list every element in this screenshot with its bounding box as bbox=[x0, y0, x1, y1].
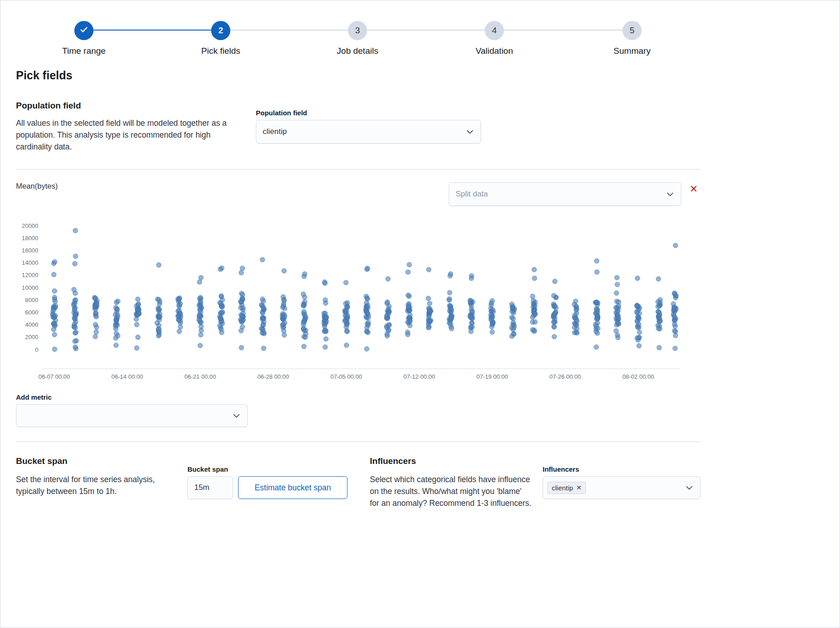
chevron-down-icon bbox=[666, 190, 674, 199]
stepper-connector-1 bbox=[93, 30, 211, 31]
chevron-down-icon bbox=[232, 412, 241, 420]
svg-text:07-12 00:00: 07-12 00:00 bbox=[404, 373, 435, 380]
remove-metric-icon[interactable]: ✕ bbox=[690, 184, 698, 194]
svg-text:10000: 10000 bbox=[22, 284, 38, 291]
step-number: 3 bbox=[355, 26, 360, 36]
svg-text:4000: 4000 bbox=[25, 321, 38, 328]
svg-text:20000: 20000 bbox=[22, 222, 38, 229]
step-validation-circle: 4 bbox=[485, 21, 504, 40]
step-time-range-circle[interactable] bbox=[74, 21, 93, 40]
metric-title: Mean(bytes) bbox=[16, 182, 58, 190]
population-description: All values in the selected field will be… bbox=[16, 117, 246, 153]
bucket-span-input[interactable] bbox=[187, 476, 233, 499]
influencers-combobox[interactable]: clientip ✕ bbox=[543, 476, 700, 499]
estimate-bucket-span-button[interactable]: Estimate bucket span bbox=[238, 476, 347, 499]
add-metric-label: Add metric bbox=[16, 393, 52, 401]
influencers-heading: Influencers bbox=[370, 456, 416, 466]
svg-text:16000: 16000 bbox=[22, 247, 38, 254]
influencer-tag-label: clientip bbox=[552, 484, 573, 492]
population-field-label: Population field bbox=[256, 109, 307, 117]
svg-text:18000: 18000 bbox=[22, 235, 38, 242]
metric-scatter-chart: 0200040006000800010000120001400016000180… bbox=[14, 218, 689, 384]
population-heading: Population field bbox=[16, 101, 81, 111]
stepper-connector-3 bbox=[367, 30, 485, 31]
bucket-span-heading: Bucket span bbox=[16, 456, 67, 466]
population-field-select[interactable]: clientip bbox=[256, 120, 481, 144]
step-summary-label: Summary bbox=[577, 46, 687, 56]
add-metric-select[interactable] bbox=[16, 404, 248, 427]
step-pick-fields-label[interactable]: Pick fields bbox=[166, 46, 275, 56]
step-number: 2 bbox=[218, 26, 223, 36]
check-icon bbox=[79, 25, 88, 36]
influencers-field-label: Influencers bbox=[543, 465, 579, 473]
step-time-range-label[interactable]: Time range bbox=[29, 46, 139, 56]
chevron-down-icon bbox=[685, 484, 694, 492]
influencers-description: Select which categorical fields have inf… bbox=[370, 474, 532, 509]
section-divider bbox=[16, 442, 701, 442]
step-number: 4 bbox=[492, 26, 497, 36]
stepper-connector-2 bbox=[230, 30, 348, 31]
step-job-details-circle: 3 bbox=[348, 21, 367, 40]
svg-text:07-19 00:00: 07-19 00:00 bbox=[477, 373, 508, 380]
split-data-select[interactable]: Split data bbox=[449, 182, 681, 206]
step-number: 5 bbox=[630, 26, 635, 36]
svg-text:12000: 12000 bbox=[22, 272, 38, 278]
svg-text:06-28 00:00: 06-28 00:00 bbox=[257, 373, 289, 380]
step-pick-fields-circle[interactable]: 2 bbox=[211, 21, 230, 40]
svg-text:08-02 00:00: 08-02 00:00 bbox=[622, 373, 654, 380]
svg-text:06-21 00:00: 06-21 00:00 bbox=[184, 373, 216, 380]
step-job-details-label: Job details bbox=[303, 46, 412, 56]
bucket-span-field-label: Bucket span bbox=[187, 465, 228, 473]
stepper-connector-4 bbox=[504, 30, 622, 31]
step-summary-circle: 5 bbox=[622, 21, 642, 40]
svg-text:8000: 8000 bbox=[25, 297, 38, 304]
split-data-placeholder: Split data bbox=[456, 190, 662, 199]
influencer-tag: clientip ✕ bbox=[547, 482, 586, 494]
section-divider bbox=[16, 169, 701, 170]
page-title: Pick fields bbox=[16, 69, 73, 82]
svg-text:07-05 00:00: 07-05 00:00 bbox=[330, 373, 362, 380]
step-validation-label: Validation bbox=[440, 46, 549, 56]
svg-text:07-26 00:00: 07-26 00:00 bbox=[550, 373, 581, 380]
bucket-span-description: Set the interval for time series analysi… bbox=[16, 474, 173, 497]
svg-text:0: 0 bbox=[35, 346, 38, 353]
svg-text:06-14 00:00: 06-14 00:00 bbox=[111, 373, 143, 380]
ml-job-wizard-page: Time range 2 Pick fields 3 Job details 4… bbox=[0, 0, 840, 628]
remove-influencer-icon[interactable]: ✕ bbox=[576, 484, 582, 491]
svg-text:06-07 00:00: 06-07 00:00 bbox=[38, 373, 70, 380]
chevron-down-icon bbox=[466, 128, 474, 136]
svg-text:14000: 14000 bbox=[22, 259, 38, 266]
svg-text:2000: 2000 bbox=[25, 334, 38, 340]
population-field-value: clientip bbox=[263, 127, 462, 136]
svg-text:6000: 6000 bbox=[25, 309, 38, 316]
